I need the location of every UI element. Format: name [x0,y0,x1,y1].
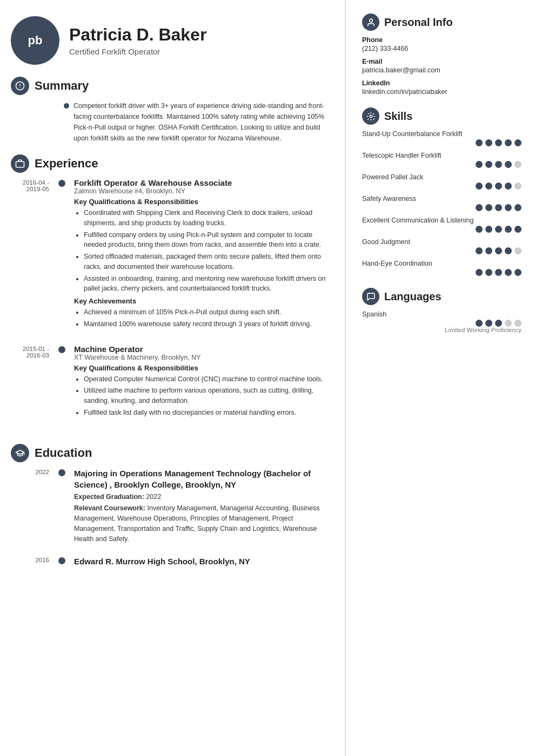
personal-info-section: Personal Info Phone (212) 333-4466 E-mai… [362,14,521,96]
language-level: Limited Working Proficiency [362,327,521,333]
skill-item: Excellent Communication & Listening [362,217,521,233]
filled-dot [476,269,483,276]
languages-list: SpanishLimited Working Proficiency [362,310,521,333]
timeline-dot-col [57,556,66,564]
list-item: Operated Computer Numerical Control (CNC… [84,374,329,384]
filled-dot [495,320,502,327]
resume-container: pb Patricia D. Baker Certified Forklift … [0,0,535,756]
filled-dot [476,139,483,146]
filled-dot [476,183,483,190]
filled-dot [476,161,483,168]
list-item: Sorted offloaded materials, packaged the… [84,252,329,272]
skill-dots [362,204,521,211]
skill-name: Excellent Communication & Listening [362,217,521,224]
personal-info-title: Personal Info [384,16,453,29]
filled-dot [505,226,512,233]
skill-dots [362,161,521,168]
languages-icon [362,288,379,305]
skill-item: Good Judgment [362,238,521,254]
filled-dot [485,161,492,168]
skills-header: Skills [362,107,521,125]
skill-item: Stand-Up Counterbalance Forklift [362,130,521,146]
linkedin-label: LinkedIn [362,79,521,87]
education-item: 2022Majoring in Operations Management Te… [11,468,329,544]
svg-rect-3 [16,161,24,167]
edu-title: Majoring in Operations Management Techno… [74,468,329,490]
skill-name: Stand-Up Counterbalance Forklift [362,130,521,138]
experience-timeline: 2016-04 - 2019-05Forklift Operator & War… [11,178,329,433]
filled-dot [495,183,502,190]
header-text: Patricia D. Baker Certified Forklift Ope… [69,25,206,56]
filled-dot [514,226,521,233]
timeline-dot [58,557,65,564]
skill-item: Powered Pallet Jack [362,173,521,190]
phone-value: (212) 333-4466 [362,45,521,52]
filled-dot [505,161,512,168]
skill-name: Safety Awareness [362,195,521,202]
filled-dot [495,204,502,211]
skill-dots [362,183,521,190]
filled-dot [485,269,492,276]
languages-header: Languages [362,288,521,305]
achievements-label: Key Achievements [74,297,329,305]
skill-name: Good Judgment [362,238,521,246]
filled-dot [476,247,483,254]
skills-icon [362,107,379,125]
list-item: Coordinated with Shipping Clerk and Rece… [84,208,329,228]
education-header: Education [11,444,329,462]
right-column: Personal Info Phone (212) 333-4466 E-mai… [346,0,535,756]
experience-title: Experience [35,157,98,171]
skill-item: Telescopic Handler Forklift [362,152,521,168]
language-name: Spanish [362,310,521,318]
phone-label: Phone [362,36,521,44]
experience-content: Forklift Operator & Warehouse AssociateZ… [66,178,329,333]
filled-dot [476,226,483,233]
experience-header: Experience [11,154,329,173]
linkedin-value: linkedin.com/in/patriciabaker [362,88,521,96]
personal-info-icon [362,14,379,31]
summary-title: Summary [35,79,89,93]
education-content: Edward R. Murrow High School, Brooklyn, … [66,556,329,567]
summary-icon [11,77,29,95]
edu-grad: Expected Graduation: 2022 [74,492,329,502]
candidate-name: Patricia D. Baker [69,25,206,45]
filled-dot [495,161,502,168]
timeline-dot [58,469,65,476]
email-value: patricia.baker@gmail.com [362,66,521,74]
list-item: Achieved a minimum of 105% Pick-n-Pull o… [84,307,329,318]
empty-dot [514,320,521,327]
language-item: SpanishLimited Working Proficiency [362,310,521,333]
key-qual-label: Key Qualifications & Responsibilities [74,198,329,206]
empty-dot [505,320,512,327]
filled-dot [476,320,483,327]
filled-dot [505,204,512,211]
skill-dots [362,139,521,146]
education-item: 2016Edward R. Murrow High School, Brookl… [11,556,329,567]
education-timeline: 2022Majoring in Operations Management Te… [11,468,329,579]
avatar: pb [11,16,59,65]
languages-section: Languages SpanishLimited Working Profici… [362,288,521,333]
language-dots [362,320,521,327]
filled-dot [485,139,492,146]
job-company: Zalmon Warehouse #4, Brooklyn, NY [74,187,329,195]
skill-dots [362,247,521,254]
experience-date: 2016-04 - 2019-05 [11,178,57,192]
list-item: Fulfilled task list daily with no discre… [84,408,329,418]
edu-title: Edward R. Murrow High School, Brooklyn, … [74,556,329,567]
list-item: Maintained 100% warehouse safety record … [84,319,329,329]
filled-dot [495,139,502,146]
filled-dot [485,183,492,190]
skills-title: Skills [384,110,412,123]
key-qual-list: Operated Computer Numerical Control (CNC… [74,374,329,418]
filled-dot [505,139,512,146]
candidate-subtitle: Certified Forklift Operator [69,47,206,56]
job-company: XT Warehouse & Machinery, Brooklyn, NY [74,354,329,361]
skill-dots [362,226,521,233]
filled-dot [485,226,492,233]
empty-dot [514,161,521,168]
key-qual-label: Key Qualifications & Responsibilities [74,364,329,372]
summary-section: Summary Competent forklift driver with 3… [11,77,329,144]
skill-dots [362,269,521,276]
education-date: 2022 [11,468,57,475]
email-label: E-mail [362,58,521,65]
